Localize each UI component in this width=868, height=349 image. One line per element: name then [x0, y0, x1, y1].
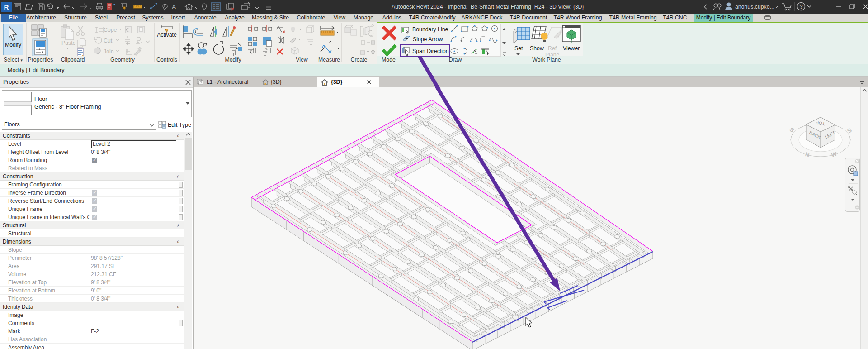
svg-text:Show: Show: [530, 45, 544, 52]
svg-text:?: ?: [800, 4, 803, 10]
svg-text:N: N: [805, 151, 810, 158]
svg-text:Cut: Cut: [104, 38, 113, 44]
svg-text:Join: Join: [104, 48, 114, 55]
svg-text:andrius.cupko...: andrius.cupko...: [735, 4, 774, 10]
svg-text:Ref: Ref: [548, 45, 557, 52]
svg-text:Viewer: Viewer: [563, 45, 580, 52]
svg-text:W: W: [830, 150, 838, 158]
svg-text:Cope: Cope: [104, 27, 117, 33]
svg-text:Plane: Plane: [545, 52, 560, 56]
svg-text:S: S: [788, 126, 796, 134]
svg-text:S: S: [846, 127, 853, 134]
svg-text:Paste: Paste: [61, 40, 76, 46]
svg-text:Set: Set: [514, 45, 523, 52]
svg-text:A: A: [172, 3, 176, 10]
svg-text:R: R: [4, 3, 9, 11]
